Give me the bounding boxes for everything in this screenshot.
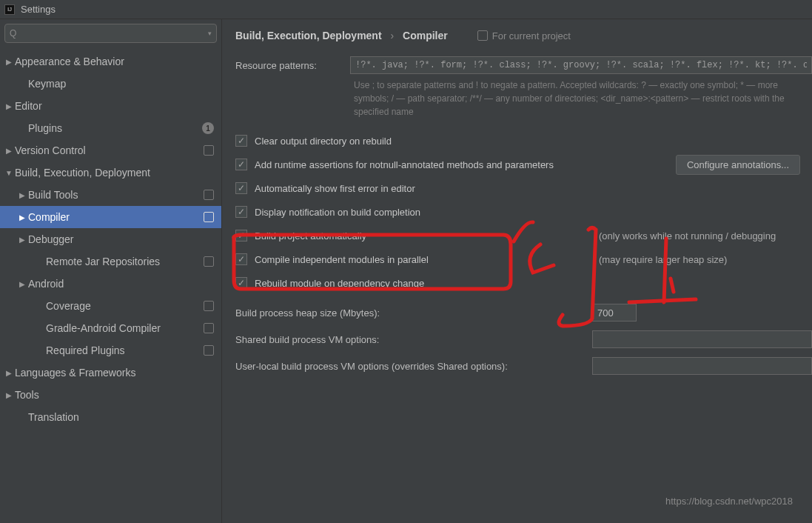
sidebar-item-label: Build Tools xyxy=(28,189,204,201)
window-title: Settings xyxy=(21,4,56,15)
auto-first-error-checkbox[interactable] xyxy=(235,182,247,194)
rebuild-dep-label: Rebuild module on dependency change xyxy=(255,278,424,289)
tree-arrow-icon: ▶ xyxy=(16,280,28,288)
tree-arrow-icon: ▶ xyxy=(16,213,28,221)
content-panel: Build, Execution, Deployment › Compiler … xyxy=(222,19,812,523)
sidebar-item-keymap[interactable]: Keymap xyxy=(0,73,221,95)
resource-patterns-label: Resource patterns: xyxy=(235,60,350,71)
project-badge-icon xyxy=(204,323,214,333)
search-box[interactable]: Q ▾ xyxy=(4,24,217,43)
clear-output-checkbox[interactable] xyxy=(235,135,247,147)
build-auto-checkbox[interactable] xyxy=(235,230,247,241)
sidebar-item-appearance-behavior[interactable]: ▶Appearance & Behavior xyxy=(0,50,221,73)
compile-parallel-checkbox[interactable] xyxy=(235,253,247,265)
sidebar-item-label: Remote Jar Repositories xyxy=(46,256,204,267)
sidebar-item-label: Appearance & Behavior xyxy=(15,56,214,67)
tree-arrow-icon: ▼ xyxy=(3,169,15,177)
sidebar-item-coverage[interactable]: Coverage xyxy=(0,295,221,317)
breadcrumb: Build, Execution, Deployment › Compiler xyxy=(235,30,448,41)
tree-arrow-icon: ▶ xyxy=(3,391,15,399)
display-notification-label: Display notification on build completion xyxy=(255,207,420,218)
chevron-right-icon: › xyxy=(390,30,394,41)
sidebar-item-languages-frameworks[interactable]: ▶Languages & Frameworks xyxy=(0,362,221,384)
sidebar-item-label: Plugins xyxy=(28,122,202,134)
sidebar-item-android[interactable]: ▶Android xyxy=(0,273,221,295)
sidebar-item-build-execution-deployment[interactable]: ▼Build, Execution, Deployment xyxy=(0,161,221,184)
build-auto-label: Build project automatically xyxy=(255,230,591,241)
sidebar-item-label: Languages & Frameworks xyxy=(15,367,214,379)
search-input[interactable] xyxy=(19,28,208,39)
tree-arrow-icon: ▶ xyxy=(3,147,15,155)
watermark: https://blog.csdn.net/wpc2018 xyxy=(665,496,793,507)
sidebar-item-label: Required Plugins xyxy=(46,344,204,356)
sidebar-item-debugger[interactable]: ▶Debugger xyxy=(0,228,221,250)
auto-first-error-label: Automatically show first error in editor xyxy=(255,183,415,194)
tree-arrow-icon: ▶ xyxy=(3,102,15,110)
configure-annotations-button[interactable]: Configure annotations... xyxy=(676,155,800,175)
project-badge-icon xyxy=(477,30,488,41)
tree-arrow-icon: ▶ xyxy=(3,369,15,377)
project-badge-icon xyxy=(204,301,214,311)
sidebar-item-label: Tools xyxy=(15,389,214,401)
titlebar: IJ Settings xyxy=(0,0,812,19)
sidebar-item-editor[interactable]: ▶Editor xyxy=(0,95,221,117)
user-vm-input[interactable] xyxy=(592,357,812,375)
compile-parallel-label: Compile independent modules in parallel xyxy=(255,254,591,265)
sidebar-item-label: Build, Execution, Deployment xyxy=(15,167,214,179)
sidebar-item-tools[interactable]: ▶Tools xyxy=(0,384,221,406)
rebuild-dep-checkbox[interactable] xyxy=(235,277,247,289)
sidebar-item-compiler[interactable]: ▶Compiler xyxy=(0,206,221,228)
sidebar-item-label: Version Control xyxy=(15,144,204,156)
sidebar-item-translation[interactable]: Translation xyxy=(0,406,221,428)
search-icon: Q xyxy=(10,28,16,39)
heap-size-label: Build process heap size (Mbytes): xyxy=(235,307,583,319)
project-hint-label: For current project xyxy=(492,30,571,41)
project-badge-icon xyxy=(204,145,214,156)
sidebar-item-label: Editor xyxy=(15,100,214,112)
project-badge-icon xyxy=(204,212,214,222)
sidebar-item-version-control[interactable]: ▶Version Control xyxy=(0,139,221,161)
shared-vm-input[interactable] xyxy=(592,330,812,348)
sidebar-item-remote-jar-repositories[interactable]: Remote Jar Repositories xyxy=(0,250,221,273)
tree-arrow-icon: ▶ xyxy=(16,236,28,244)
heap-size-input[interactable] xyxy=(592,304,637,322)
sidebar-item-label: Android xyxy=(28,278,214,290)
project-badge-icon xyxy=(204,190,214,200)
breadcrumb-current: Compiler xyxy=(403,30,448,41)
sidebar-item-label: Gradle-Android Compiler xyxy=(46,322,204,334)
sidebar-item-plugins[interactable]: Plugins1 xyxy=(0,117,221,139)
sidebar-item-label: Coverage xyxy=(46,300,204,312)
user-vm-label: User-local build process VM options (ove… xyxy=(235,361,583,372)
add-runtime-checkbox[interactable] xyxy=(235,159,247,170)
resource-patterns-help: Use ; to separate patterns and ! to nega… xyxy=(354,79,812,119)
sidebar-item-gradle-android-compiler[interactable]: Gradle-Android Compiler xyxy=(0,317,221,339)
tree-arrow-icon: ▶ xyxy=(16,191,28,199)
sidebar-item-label: Debugger xyxy=(28,233,214,245)
display-notification-checkbox[interactable] xyxy=(235,206,247,218)
project-badge-icon xyxy=(204,256,214,267)
project-badge-icon xyxy=(204,345,214,356)
build-auto-note: (only works while not running / debuggin… xyxy=(599,230,776,241)
shared-vm-label: Shared build process VM options: xyxy=(235,334,583,345)
app-icon: IJ xyxy=(4,4,15,15)
sidebar: Q ▾ ▶Appearance & BehaviorKeymap▶EditorP… xyxy=(0,19,222,523)
tree-arrow-icon: ▶ xyxy=(3,58,15,66)
add-runtime-label: Add runtime assertions for notnull-annot… xyxy=(255,159,554,170)
resource-patterns-input[interactable] xyxy=(350,56,812,74)
sidebar-item-required-plugins[interactable]: Required Plugins xyxy=(0,339,221,362)
sidebar-item-label: Translation xyxy=(28,411,214,423)
count-badge: 1 xyxy=(202,122,214,134)
sidebar-item-build-tools[interactable]: ▶Build Tools xyxy=(0,184,221,206)
compile-parallel-note: (may require larger heap size) xyxy=(599,254,727,265)
sidebar-item-label: Compiler xyxy=(28,211,204,223)
clear-output-label: Clear output directory on rebuild xyxy=(255,136,392,147)
breadcrumb-parent: Build, Execution, Deployment xyxy=(235,30,382,41)
dropdown-icon[interactable]: ▾ xyxy=(208,30,212,37)
sidebar-item-label: Keymap xyxy=(28,78,214,90)
project-hint: For current project xyxy=(477,30,571,41)
settings-tree: ▶Appearance & BehaviorKeymap▶EditorPlugi… xyxy=(0,47,221,523)
